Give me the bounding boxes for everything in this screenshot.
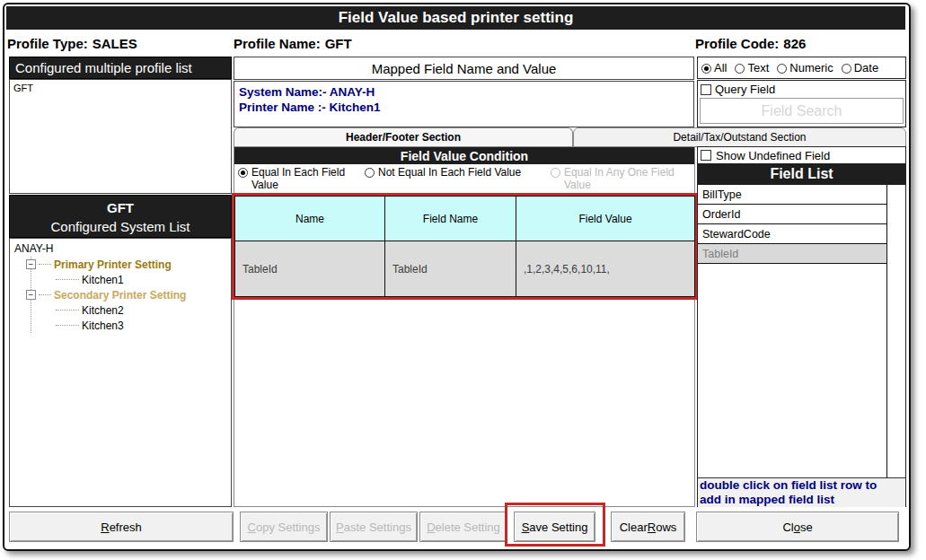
radio-all[interactable]: All — [701, 61, 727, 74]
column-name[interactable]: Name — [235, 197, 385, 241]
profile-code-label: Profile Code: — [695, 36, 779, 51]
field-list-item[interactable]: BillType — [698, 185, 886, 205]
configured-profile-list-header: Configured multiple profile list — [9, 57, 232, 79]
profile-type-label: Profile Type: — [7, 36, 88, 51]
checkbox-icon[interactable] — [701, 84, 711, 95]
field-list-hint: double click on field list row to add in… — [698, 477, 905, 507]
radio-icon[interactable] — [238, 168, 248, 178]
annotation-mapped-table: Name Field Name Field Value TableId Tabl… — [232, 193, 698, 300]
tree-node-primary-printer[interactable]: Primary Printer Setting — [26, 257, 229, 272]
profile-type-value: SALES — [93, 36, 137, 51]
collapse-icon[interactable] — [26, 259, 36, 269]
tree-connector — [56, 279, 79, 280]
delete-setting-button: Delete Setting — [419, 512, 507, 542]
column-field-value[interactable]: Field Value — [516, 197, 695, 241]
configured-system-tree[interactable]: ANAY-H Primary Printer Setting Kitchen1 … — [9, 238, 232, 507]
title-bar: Field Value based printer setting — [6, 6, 905, 30]
tree-branch: Primary Printer Setting Kitchen1 Seconda… — [31, 257, 229, 333]
tree-node-printer[interactable]: Kitchen2 — [31, 302, 229, 318]
system-list-header-title: Configured System List — [10, 217, 231, 236]
table-row[interactable]: TableId TableId ,1,2,3,4,5,6,10,11, — [235, 241, 695, 297]
field-list-item[interactable]: StewardCode — [698, 224, 886, 244]
profile-list-item[interactable]: GFT — [13, 83, 227, 93]
clear-rows-button[interactable]: Clear Rows — [611, 512, 685, 542]
radio-text[interactable]: Text — [735, 61, 769, 74]
radio-date[interactable]: Date — [842, 61, 878, 74]
radio-icon[interactable] — [735, 64, 745, 74]
mapped-field-table[interactable]: Name Field Name Field Value TableId Tabl… — [234, 196, 695, 297]
radio-icon[interactable] — [777, 64, 787, 74]
option-equal-in-any-one-field: Equal In Any One Field Value — [551, 166, 699, 195]
configured-profile-list[interactable]: GFT — [9, 79, 232, 194]
radio-icon[interactable] — [701, 64, 711, 74]
field-type-filter: All Text Numeric Date — [697, 57, 906, 79]
dialog-window: Field Value based printer setting Profil… — [3, 3, 911, 551]
copy-settings-button: Copy Settings — [240, 512, 328, 542]
system-name-line: System Name:- ANAY-H — [239, 84, 689, 100]
query-field-checkbox-row[interactable]: Query Field — [698, 81, 905, 96]
tree-node-system[interactable]: ANAY-H — [12, 242, 229, 257]
mapped-field-header: Mapped Field Name and Value — [234, 57, 694, 80]
field-value-condition-header: Field Value Condition — [234, 147, 694, 164]
paste-settings-button: Paste Settings — [330, 512, 418, 542]
field-list-item[interactable]: TableId — [698, 244, 886, 264]
field-list-header: Field List — [698, 163, 905, 185]
cell-field-value[interactable]: ,1,2,3,4,5,6,10,11, — [516, 241, 695, 297]
radio-icon[interactable] — [842, 64, 851, 74]
tab-detail-tax-outstand-section[interactable]: Detail/Tax/Outstand Section — [573, 127, 906, 147]
radio-numeric[interactable]: Numeric — [777, 61, 833, 74]
tree-connector — [39, 294, 51, 295]
profile-name-label: Profile Name: — [234, 36, 321, 51]
field-list-item[interactable]: OrderId — [698, 205, 886, 224]
query-field-box: Query Field — [697, 80, 906, 127]
checkbox-icon[interactable] — [701, 150, 711, 161]
tree-connector — [56, 310, 79, 311]
tree-node-printer[interactable]: Kitchen3 — [31, 318, 229, 333]
tree-node-secondary-printer[interactable]: Secondary Printer Setting — [26, 287, 229, 302]
system-printer-info: System Name:- ANAY-H Printer Name :- Kit… — [234, 81, 694, 127]
close-button[interactable]: Close — [696, 512, 899, 542]
condition-options: Equal In Each Field Value Not Equal In E… — [234, 164, 694, 195]
field-search-input[interactable] — [700, 98, 904, 124]
cell-name[interactable]: TableId — [235, 241, 385, 297]
field-list-gutter — [886, 185, 887, 477]
profile-code-value: 826 — [783, 36, 806, 51]
cell-field-name[interactable]: TableId — [385, 241, 516, 297]
table-header-row: Name Field Name Field Value — [235, 197, 695, 241]
column-field-name[interactable]: Field Name — [385, 197, 516, 241]
tab-header-footer-section[interactable]: Header/Footer Section — [234, 127, 573, 147]
refresh-button[interactable]: Refresh — [9, 512, 234, 542]
show-undefined-field-row[interactable]: Show Undefined Field — [698, 147, 905, 163]
radio-icon — [551, 168, 560, 178]
profile-code: Profile Code: 826 — [695, 33, 906, 53]
option-equal-in-each-field[interactable]: Equal In Each Field Value — [238, 166, 352, 195]
printer-name-line: Printer Name :- Kitchen1 — [239, 100, 689, 115]
configured-system-list-header: GFT Configured System List — [9, 195, 232, 238]
option-not-equal-in-each-field[interactable]: Not Equal In Each Field Value — [365, 166, 522, 195]
collapse-icon[interactable] — [26, 290, 36, 300]
system-list-header-profile: GFT — [10, 198, 231, 217]
tree-connector — [56, 325, 79, 326]
field-list-panel: Show Undefined Field Field List BillType… — [697, 146, 906, 507]
window-title: Field Value based printer setting — [339, 9, 574, 27]
radio-icon[interactable] — [365, 168, 375, 178]
profile-name: Profile Name: GFT — [234, 33, 503, 53]
tree-node-printer[interactable]: Kitchen1 — [31, 272, 229, 287]
profile-name-value: GFT — [325, 36, 352, 51]
save-setting-button[interactable]: Save Setting — [514, 512, 595, 542]
profile-type: Profile Type: SALES — [7, 33, 232, 53]
tree-connector — [39, 264, 51, 265]
